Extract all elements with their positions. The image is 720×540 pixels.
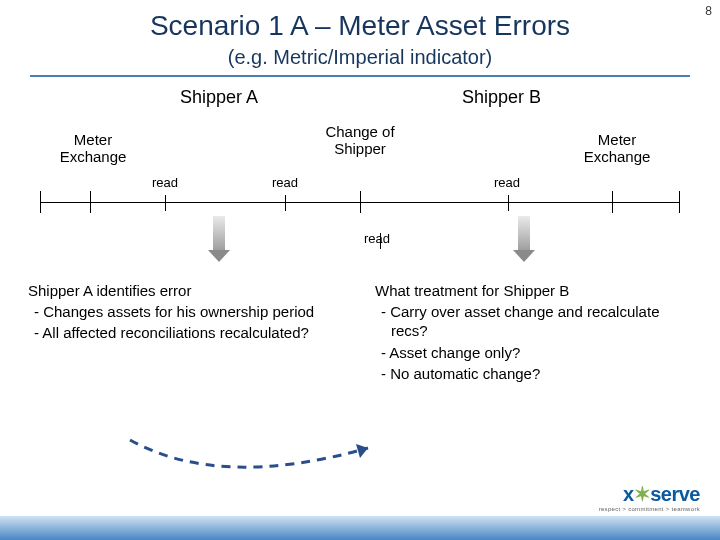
slide-title: Scenario 1 A – Meter Asset Errors bbox=[0, 0, 720, 42]
read-label-2: read bbox=[272, 175, 298, 190]
logo-tagline: respect > commitment > teamwork bbox=[599, 506, 700, 512]
slide-subtitle: (e.g. Metric/Imperial indicator) bbox=[0, 42, 720, 75]
shipper-a-label: Shipper A bbox=[180, 87, 258, 108]
page-number: 8 bbox=[705, 4, 712, 18]
change-of-shipper-label: Change of Shipper bbox=[310, 123, 410, 158]
timeline-diagram: Shipper A Shipper B Meter Exchange Chang… bbox=[20, 81, 700, 301]
left-bullet-2: - All affected reconciliations recalcula… bbox=[28, 323, 345, 342]
logo-text: x✶serve bbox=[599, 482, 700, 506]
right-bullet-2: - Asset change only? bbox=[375, 343, 692, 362]
right-bullet-3: - No automatic change? bbox=[375, 364, 692, 383]
right-bullet-1: - Carry over asset change and recalculat… bbox=[375, 302, 692, 340]
title-underline bbox=[30, 75, 690, 77]
read-label-1: read bbox=[152, 175, 178, 190]
shipper-b-label: Shipper B bbox=[462, 87, 541, 108]
footer-bar bbox=[0, 516, 720, 540]
arrow-shipper-a bbox=[210, 216, 228, 260]
meter-exchange-right-label: Meter Exchange bbox=[572, 131, 662, 166]
dashed-curve-arrow bbox=[120, 432, 380, 482]
read-label-3: read bbox=[494, 175, 520, 190]
meter-exchange-left-label: Meter Exchange bbox=[48, 131, 138, 166]
arrow-shipper-b bbox=[515, 216, 533, 260]
timeline bbox=[40, 193, 680, 213]
left-bullet-1: - Changes assets for his ownership perio… bbox=[28, 302, 345, 321]
svg-marker-0 bbox=[356, 444, 368, 458]
read-label-4: read bbox=[364, 231, 390, 246]
logo: x✶serve respect > commitment > teamwork bbox=[599, 482, 700, 512]
